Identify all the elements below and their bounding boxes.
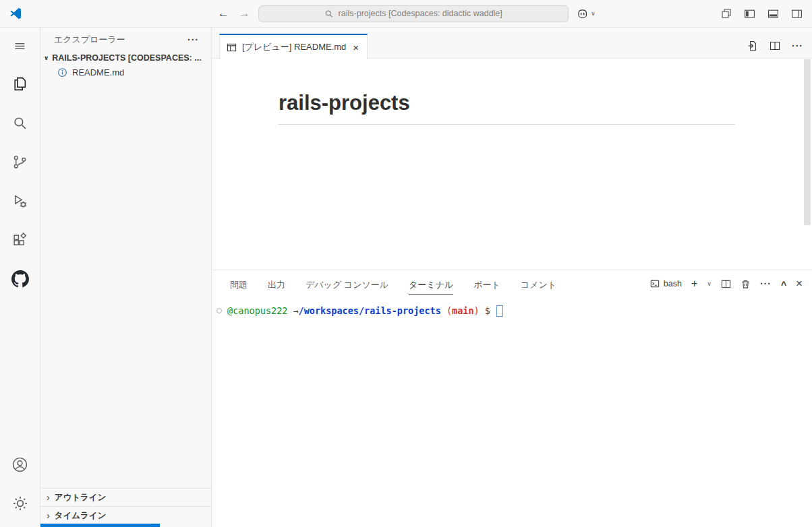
tab-debug-console[interactable]: デバッグ コンソール — [306, 272, 388, 296]
tab-terminal[interactable]: ターミナル — [409, 272, 453, 296]
bottom-panel: 問題 出力 デバッグ コンソール ターミナル ポート コメント bash + ∨ — [212, 270, 812, 527]
preview-heading: rails-projects — [279, 91, 735, 125]
split-terminal-icon[interactable] — [721, 279, 731, 289]
kill-terminal-icon[interactable] — [741, 279, 751, 289]
workspace-root-row[interactable]: ∨ RAILS-PROJECTS [CODESPACES: ... — [40, 52, 211, 65]
git-branch-icon — [11, 154, 28, 170]
terminal-prompt-symbol: $ — [485, 304, 490, 317]
new-terminal-icon[interactable]: + — [691, 278, 697, 290]
tab-output[interactable]: 出力 — [268, 272, 285, 296]
github-icon — [11, 270, 29, 288]
panel-header: 問題 出力 デバッグ コンソール ターミナル ポート コメント bash + ∨ — [212, 270, 812, 297]
chevron-down-icon: ∨ — [591, 10, 596, 17]
file-row-readme[interactable]: README.md — [40, 65, 211, 80]
editor-tab-actions: ··· — [747, 40, 803, 51]
command-decoration-icon — [216, 308, 222, 313]
terminal-git-branch: (main) — [446, 304, 480, 317]
maximize-panel-icon[interactable]: ^ — [781, 280, 786, 290]
sidebar-more-actions-icon[interactable]: ··· — [187, 34, 199, 45]
extensions-icon — [11, 232, 28, 249]
panel-actions: bash + ∨ ··· ^ × — [650, 277, 803, 290]
more-actions-icon[interactable]: ··· — [792, 40, 803, 51]
tab-problems[interactable]: 問題 — [230, 272, 248, 296]
chevron-down-icon: ∨ — [44, 55, 49, 61]
sidebar-title: エクスプローラー — [54, 34, 125, 46]
workspace-root-label: RAILS-PROJECTS [CODESPACES: ... — [52, 53, 201, 63]
outline-section-label: アウトライン — [55, 492, 107, 503]
menu-icon — [14, 40, 26, 52]
editor-tab-bar: [プレビュー] README.md × ··· — [212, 28, 812, 59]
outline-section-header[interactable]: › アウトライン — [40, 488, 211, 506]
tab-comments[interactable]: コメント — [521, 272, 556, 296]
sidebar-item-run-debug[interactable] — [0, 181, 40, 220]
activity-bar-bottom — [0, 445, 40, 527]
forward-icon[interactable]: → — [237, 7, 251, 20]
terminal-bash-icon — [650, 279, 660, 288]
statusbar-remote-indicator[interactable] — [40, 524, 160, 527]
sidebar-item-github[interactable] — [0, 259, 40, 299]
search-icon — [11, 115, 28, 131]
activity-bar — [0, 28, 40, 527]
timeline-section-label: タイムライン — [55, 510, 107, 522]
sidebar-item-explorer[interactable] — [0, 64, 40, 103]
editor-scrollbar[interactable] — [804, 59, 811, 225]
info-file-icon — [57, 67, 67, 78]
tab-ports[interactable]: ポート — [473, 272, 500, 296]
search-icon — [325, 9, 334, 18]
shell-selector[interactable]: bash — [650, 279, 682, 288]
command-center-search[interactable]: rails-projects [Codespaces: didactic wad… — [258, 5, 569, 22]
customize-layout-icon[interactable] — [721, 8, 732, 19]
layout-controls — [721, 0, 803, 27]
timeline-section-header[interactable]: › タイムライン — [40, 506, 211, 524]
account-button[interactable] — [0, 445, 40, 484]
account-icon — [11, 456, 28, 473]
vscode-logo-icon — [9, 7, 22, 20]
terminal-dropdown-icon[interactable]: ∨ — [707, 280, 712, 287]
markdown-preview-pane: rails-projects — [212, 59, 812, 270]
terminal-cursor — [496, 305, 503, 317]
close-panel-icon[interactable]: × — [796, 277, 803, 290]
toggle-sidebar-icon[interactable] — [744, 8, 755, 20]
terminal-cwd: /workspaces/rails-projects — [299, 304, 441, 317]
run-debug-icon — [11, 193, 28, 210]
tab-readme-preview[interactable]: [プレビュー] README.md × — [219, 34, 368, 59]
sidebar-header: エクスプローラー ··· — [40, 28, 211, 52]
terminal-arrow: → — [293, 304, 298, 317]
tab-label: [プレビュー] README.md — [242, 41, 346, 53]
vscode-window: ← → rails-projects [Codespaces: didactic… — [0, 0, 812, 527]
terminal-view[interactable]: @canopus222 → /workspaces/rails-projects… — [212, 297, 812, 527]
explorer-sidebar: エクスプローラー ··· ∨ RAILS-PROJECTS [CODESPACE… — [40, 28, 212, 527]
back-icon[interactable]: ← — [216, 7, 230, 20]
shell-label: bash — [664, 279, 682, 288]
terminal-user: @canopus222 — [227, 304, 287, 317]
chevron-right-icon: › — [47, 510, 50, 521]
sidebar-bottom-sections: › アウトライン › タイムライン — [40, 488, 211, 524]
close-icon[interactable]: × — [351, 42, 360, 53]
sidebar-item-source-control[interactable] — [0, 142, 40, 181]
files-icon — [11, 75, 28, 92]
menu-button[interactable] — [0, 28, 40, 64]
chevron-right-icon: › — [47, 492, 50, 503]
sidebar-item-search[interactable] — [0, 103, 40, 142]
panel-tabs: 問題 出力 デバッグ コンソール ターミナル ポート コメント — [230, 272, 556, 296]
terminal-prompt-line: @canopus222 → /workspaces/rails-projects… — [212, 304, 812, 317]
command-center-group: ← → rails-projects [Codespaces: didactic… — [216, 0, 596, 27]
title-bar: ← → rails-projects [Codespaces: didactic… — [0, 0, 812, 28]
sidebar-item-extensions[interactable] — [0, 220, 40, 259]
markdown-preview-icon — [227, 42, 237, 53]
editor-area: [プレビュー] README.md × ··· rails-projects — [212, 28, 812, 270]
toggle-secondary-sidebar-icon[interactable] — [791, 8, 803, 20]
show-source-icon[interactable] — [747, 40, 758, 51]
settings-button[interactable] — [0, 484, 40, 523]
copilot-menu[interactable]: ∨ — [576, 7, 596, 20]
split-editor-icon[interactable] — [770, 40, 780, 51]
toggle-panel-icon[interactable] — [767, 8, 779, 20]
file-name-label: README.md — [72, 67, 124, 78]
gear-icon — [12, 495, 28, 512]
command-center-label: rails-projects [Codespaces: didactic wad… — [339, 9, 502, 18]
copilot-icon — [576, 7, 589, 20]
panel-more-actions-icon[interactable]: ··· — [760, 278, 772, 289]
